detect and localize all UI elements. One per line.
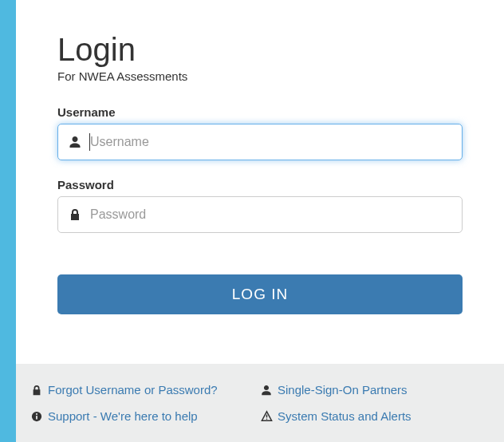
info-icon (30, 410, 43, 423)
page-title: Login (57, 32, 463, 68)
text-cursor (89, 133, 90, 151)
username-label: Username (57, 105, 463, 119)
warning-icon (260, 410, 273, 423)
main-content: Login For NWEA Assessments Username Pass… (16, 0, 504, 314)
username-input-wrapper (57, 124, 463, 160)
login-card: Login For NWEA Assessments Username Pass… (16, 0, 504, 442)
system-status-text: System Status and Alerts (278, 409, 411, 423)
password-label: Password (57, 178, 463, 191)
system-status-link[interactable]: System Status and Alerts (260, 409, 490, 423)
password-group: Password (57, 178, 463, 233)
password-input[interactable] (57, 196, 463, 233)
username-group: Username (57, 105, 463, 160)
sso-partners-text: Single-Sign-On Partners (278, 383, 408, 397)
user-icon (69, 136, 81, 148)
page-subtitle: For NWEA Assessments (57, 69, 463, 83)
footer-links: Forgot Username or Password? Single-Sign… (16, 364, 504, 442)
lock-icon (69, 208, 81, 221)
username-input[interactable] (57, 124, 463, 160)
password-input-wrapper (57, 196, 463, 233)
user-icon (260, 384, 273, 397)
lock-icon (30, 384, 43, 397)
forgot-password-text: Forgot Username or Password? (48, 383, 218, 397)
svg-point-4 (266, 419, 267, 420)
svg-rect-1 (36, 416, 37, 419)
svg-point-2 (36, 412, 37, 414)
sso-partners-link[interactable]: Single-Sign-On Partners (260, 383, 490, 397)
login-button[interactable]: LOG IN (57, 274, 463, 314)
forgot-password-link[interactable]: Forgot Username or Password? (30, 383, 260, 397)
support-text: Support - We're here to help (48, 409, 198, 423)
support-link[interactable]: Support - We're here to help (30, 409, 260, 423)
